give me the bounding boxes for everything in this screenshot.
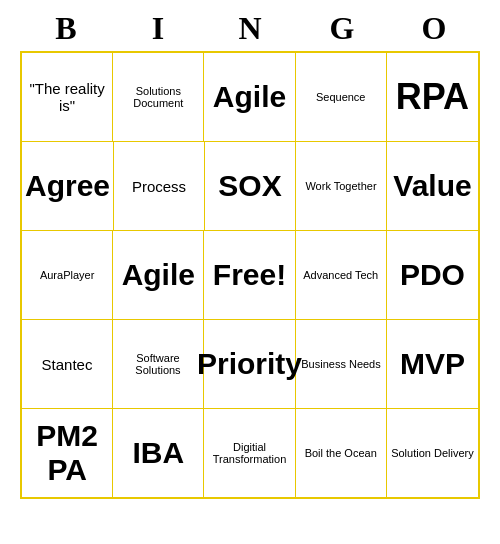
header-g: G xyxy=(298,10,386,47)
bingo-cell-3-0: Stantec xyxy=(22,320,113,408)
bingo-cell-2-3: Advanced Tech xyxy=(296,231,387,319)
bingo-row-3: StantecSoftware SolutionsPriorityBusines… xyxy=(22,320,478,409)
bingo-row-0: "The reality is"Solutions DocumentAgileS… xyxy=(22,53,478,142)
bingo-cell-0-1: Solutions Document xyxy=(113,53,204,141)
header-n: N xyxy=(206,10,294,47)
bingo-cell-0-4: RPA xyxy=(387,53,478,141)
bingo-cell-2-0: AuraPlayer xyxy=(22,231,113,319)
bingo-cell-1-2: SOX xyxy=(205,142,296,230)
bingo-cell-3-4: MVP xyxy=(387,320,478,408)
bingo-cell-1-3: Work Together xyxy=(296,142,387,230)
bingo-row-1: AgreeProcessSOXWork TogetherValue xyxy=(22,142,478,231)
bingo-cell-4-1: IBA xyxy=(113,409,204,497)
bingo-cell-3-1: Software Solutions xyxy=(113,320,204,408)
bingo-cell-4-4: Solution Delivery xyxy=(387,409,478,497)
header-o: O xyxy=(390,10,478,47)
bingo-cell-4-0: PM2 PA xyxy=(22,409,113,497)
bingo-cell-4-3: Boil the Ocean xyxy=(296,409,387,497)
bingo-row-4: PM2 PAIBADigitial TransformationBoil the… xyxy=(22,409,478,497)
bingo-cell-1-0: Agree xyxy=(22,142,114,230)
bingo-grid: "The reality is"Solutions DocumentAgileS… xyxy=(20,51,480,499)
bingo-header: B I N G O xyxy=(20,10,480,47)
header-b: B xyxy=(22,10,110,47)
bingo-cell-4-2: Digitial Transformation xyxy=(204,409,295,497)
bingo-cell-0-0: "The reality is" xyxy=(22,53,113,141)
bingo-cell-2-1: Agile xyxy=(113,231,204,319)
bingo-cell-2-4: PDO xyxy=(387,231,478,319)
bingo-cell-3-2: Priority xyxy=(204,320,296,408)
bingo-cell-1-1: Process xyxy=(114,142,205,230)
bingo-cell-2-2: Free! xyxy=(204,231,295,319)
bingo-cell-3-3: Business Needs xyxy=(296,320,387,408)
bingo-cell-1-4: Value xyxy=(387,142,478,230)
bingo-cell-0-3: Sequence xyxy=(296,53,387,141)
bingo-cell-0-2: Agile xyxy=(204,53,295,141)
header-i: I xyxy=(114,10,202,47)
bingo-row-2: AuraPlayerAgileFree!Advanced TechPDO xyxy=(22,231,478,320)
